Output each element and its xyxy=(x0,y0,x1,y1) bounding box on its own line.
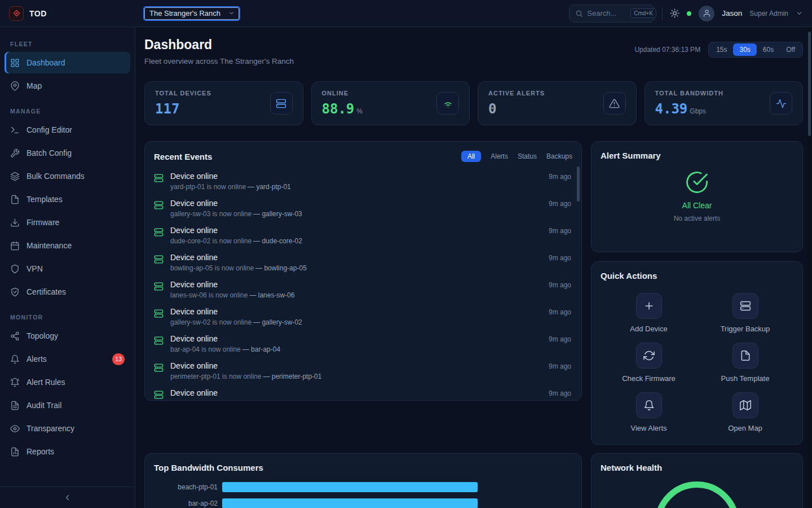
sidebar-item-firmware[interactable]: Firmware xyxy=(5,212,130,233)
event-list-item[interactable]: Device online dude-core-02 is now online… xyxy=(154,222,571,249)
sidebar-item-label: Config Editor xyxy=(27,125,72,134)
push-template-button[interactable]: Push Template xyxy=(697,343,793,383)
event-title: Device online xyxy=(170,253,307,262)
tab-alerts[interactable]: Alerts xyxy=(491,152,508,160)
sidebar-item-config-editor[interactable]: Config Editor xyxy=(5,119,130,141)
page-scrollbar-thumb[interactable] xyxy=(808,32,811,136)
event-list-item[interactable]: Device online bar-ap-04 is now online— b… xyxy=(154,330,571,357)
app-name: TOD xyxy=(29,9,47,18)
bandwidth-row: beach-ptp-01 xyxy=(154,482,572,492)
page-scrollbar[interactable] xyxy=(807,27,812,508)
sidebar-item-label: Transparency xyxy=(27,424,74,433)
stat-value-number: 117 xyxy=(155,101,179,117)
event-time: 9m ago xyxy=(549,361,571,370)
sidebar-item-label: Topology xyxy=(27,331,58,340)
refresh-interval-control: 15s 30s 60s Off xyxy=(708,42,803,58)
event-list-item[interactable]: Device online gallery-sw-03 is now onlin… xyxy=(154,195,571,222)
event-list-item[interactable]: Device online yard-ptp-01 is now online—… xyxy=(154,168,571,195)
refresh-option-off[interactable]: Off xyxy=(780,43,801,56)
stat-card-online: ONLINE 88.9% xyxy=(311,81,470,125)
site-selector[interactable]: The Stranger's Ranch xyxy=(144,7,239,20)
stat-value-unit: % xyxy=(356,107,363,115)
sidebar-item-label: Batch Config xyxy=(27,148,72,157)
wrench-icon xyxy=(10,148,20,158)
stat-value-number: 88.9 xyxy=(322,101,355,117)
tab-backups[interactable]: Backups xyxy=(546,152,572,160)
sidebar-collapse-button[interactable] xyxy=(0,487,135,508)
sidebar-item-templates[interactable]: Templates xyxy=(5,189,130,210)
stat-card-active-alerts: ACTIVE ALERTS 0 xyxy=(478,81,637,125)
updated-timestamp: Updated 07:36:13 PM xyxy=(634,46,700,54)
tab-all[interactable]: All xyxy=(461,151,481,162)
alerts-count-badge: 13 xyxy=(112,353,125,365)
event-list-item[interactable]: Device online perimeter-ptp-01 is now on… xyxy=(154,357,571,384)
sidebar-item-label: Map xyxy=(27,81,42,90)
check-firmware-button[interactable]: Check Firmware xyxy=(601,343,697,383)
map-pin-icon xyxy=(10,81,20,91)
sidebar-item-label: Reports xyxy=(27,447,54,456)
refresh-option-60s[interactable]: 60s xyxy=(757,43,780,56)
search-shortcut-badge: Cmd+K xyxy=(630,8,656,18)
device-server-icon xyxy=(154,173,164,183)
event-list-item[interactable]: Device online gallery-sw-02 is now onlin… xyxy=(154,303,571,330)
avatar[interactable] xyxy=(699,6,714,21)
layers-icon xyxy=(10,172,20,181)
event-detail: gallery-sw-03 is now online xyxy=(170,210,251,218)
add-device-button[interactable]: Add Device xyxy=(601,293,697,333)
bandwidth-bar xyxy=(222,498,478,508)
page-header: Dashboard Fleet overview across The Stra… xyxy=(144,37,803,65)
trigger-backup-button[interactable]: Trigger Backup xyxy=(697,293,793,333)
sidebar-item-label: Firmware xyxy=(27,218,59,227)
open-map-button[interactable]: Open Map xyxy=(697,392,793,432)
event-device-ref: — gallery-sw-02 xyxy=(253,318,302,326)
refresh-option-15s[interactable]: 15s xyxy=(710,43,733,56)
sidebar-item-topology[interactable]: Topology xyxy=(5,325,130,347)
bandwidth-chart: beach-ptp-01 bar-ap-02 xyxy=(154,482,572,508)
event-time: 9m ago xyxy=(549,226,571,235)
wifi-icon xyxy=(436,92,459,115)
user-menu-button[interactable] xyxy=(796,10,803,17)
event-list-item[interactable]: Device online lanes-sw-06 is now online—… xyxy=(154,276,571,303)
sidebar-item-batch-config[interactable]: Batch Config xyxy=(5,142,130,164)
sidebar-item-alert-rules[interactable]: Alert Rules xyxy=(5,371,130,393)
alert-summary-card: Alert Summary All Clear No active alerts xyxy=(591,141,803,252)
sidebar-item-vpn[interactable]: VPN xyxy=(5,258,130,279)
stat-label: ACTIVE ALERTS xyxy=(488,90,545,97)
sidebar-item-reports[interactable]: Reports xyxy=(5,441,130,462)
theme-toggle-button[interactable] xyxy=(670,8,679,18)
sidebar-item-audit-trail[interactable]: Audit Trail xyxy=(5,395,130,416)
refresh-option-30s[interactable]: 30s xyxy=(733,43,756,56)
events-scrollbar-thumb[interactable] xyxy=(577,167,580,202)
sidebar-item-maintenance[interactable]: Maintenance xyxy=(5,235,130,256)
sidebar-item-bulk-commands[interactable]: Bulk Commands xyxy=(5,165,130,187)
search-input[interactable] xyxy=(587,9,626,17)
check-circle-icon xyxy=(685,170,709,194)
report-icon xyxy=(10,447,20,457)
sidebar-item-label: Audit Trail xyxy=(27,401,61,410)
device-server-icon xyxy=(154,200,164,210)
main-content: Dashboard Fleet overview across The Stra… xyxy=(135,27,812,508)
tab-status[interactable]: Status xyxy=(518,152,537,160)
quick-actions-title: Quick Actions xyxy=(601,271,793,281)
view-alerts-button[interactable]: View Alerts xyxy=(601,392,697,432)
event-list-item[interactable]: Device online bowling-ap-05 is now onlin… xyxy=(154,249,571,276)
stats-row: TOTAL DEVICES 117 ONLINE 88.9% ACTIVE AL… xyxy=(144,81,803,125)
event-detail: dude-core-02 is now online xyxy=(170,237,251,245)
sidebar-item-certificates[interactable]: Certificates xyxy=(5,281,130,303)
quick-action-label: Trigger Backup xyxy=(721,325,770,333)
topology-icon xyxy=(10,331,20,341)
event-list-item[interactable]: Device online 9m ago xyxy=(154,384,571,400)
sidebar-item-alerts[interactable]: Alerts 13 xyxy=(5,348,130,370)
sidebar-item-transparency[interactable]: Transparency xyxy=(5,418,130,439)
sidebar-item-map[interactable]: Map xyxy=(5,75,130,97)
event-device-ref: — lanes-sw-06 xyxy=(249,291,294,299)
event-detail: gallery-sw-02 is now online xyxy=(170,318,251,326)
device-server-icon xyxy=(154,309,164,318)
network-health-title: Network Health xyxy=(601,463,793,472)
sidebar-item-dashboard[interactable]: Dashboard xyxy=(5,52,130,73)
sidebar-item-label: Bulk Commands xyxy=(27,172,85,181)
bandwidth-title: Top Bandwidth Consumers xyxy=(154,463,572,472)
alert-triangle-icon xyxy=(603,92,626,115)
search-box[interactable]: Cmd+K xyxy=(569,5,655,23)
user-icon xyxy=(703,9,711,17)
